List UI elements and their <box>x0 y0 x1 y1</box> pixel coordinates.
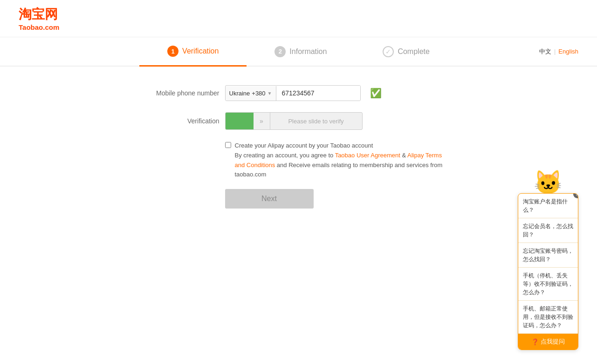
alipay-main-text: Create your Alipay account by your Taoba… <box>235 141 453 151</box>
step-num-2: 2 <box>274 46 286 57</box>
phone-input-group: Ukraine +380 ▼ <box>225 85 361 101</box>
country-selector[interactable]: Ukraine +380 ▼ <box>226 86 276 101</box>
form-area: Mobile phone number Ukraine +380 ▼ ✅ Ver… <box>136 85 462 209</box>
phone-label: Mobile phone number <box>145 89 220 97</box>
help-widget: 🐱 ✕ 淘宝账户名是指什么？ 忘记会员名，怎么找回？ 忘记淘宝账号密码，怎么找回… <box>518 171 578 253</box>
help-item-2[interactable]: 忘记会员名，怎么找回？ <box>518 218 578 243</box>
country-code-value: +380 <box>252 90 265 97</box>
next-button[interactable]: Next <box>225 189 314 209</box>
step-check-complete: ✓ <box>383 46 394 57</box>
alipay-checkbox-row: Create your Alipay account by your Taoba… <box>225 141 453 180</box>
step-complete[interactable]: ✓ Complete <box>355 38 457 66</box>
mascot-image: 🐱 <box>518 171 578 194</box>
lang-en[interactable]: English <box>558 48 578 55</box>
header: 淘宝网 Taobao.com <box>0 0 597 37</box>
lang-zh[interactable]: 中文 <box>539 47 551 56</box>
next-btn-row: Next <box>225 189 453 209</box>
agreement-prefix: By creating an account, you agree to <box>235 152 335 159</box>
phone-number-input[interactable] <box>276 86 360 101</box>
help-bubble: ✕ 淘宝账户名是指什么？ 忘记会员名，怎么找回？ 忘记淘宝账号密码，怎么找回？ … <box>518 193 578 253</box>
alipay-checkbox[interactable] <box>225 142 231 148</box>
step-label-verification: Verification <box>182 47 219 55</box>
lang-divider: | <box>554 48 556 55</box>
step-verification[interactable]: 1 Verification <box>139 37 247 67</box>
slider-text: Please slide to verify <box>270 118 362 125</box>
step-label-information: Information <box>289 47 327 56</box>
language-switcher: 中文 | English <box>539 47 578 56</box>
slider-container[interactable]: » Please slide to verify <box>225 112 363 130</box>
phone-row: Mobile phone number Ukraine +380 ▼ ✅ <box>145 85 453 101</box>
step-information[interactable]: 2 Information <box>247 38 355 66</box>
and-text: & <box>400 152 407 159</box>
help-item-1[interactable]: 淘宝账户名是指什么？ <box>518 194 578 218</box>
step-label-complete: Complete <box>398 47 429 56</box>
country-name: Ukraine <box>229 90 250 97</box>
dropdown-arrow-icon: ▼ <box>268 91 272 96</box>
main-content: Mobile phone number Ukraine +380 ▼ ✅ Ver… <box>0 67 597 253</box>
help-item-3[interactable]: 忘记淘宝账号密码，怎么找回？ <box>518 243 578 253</box>
logo-sub: Taobao.com <box>19 23 578 31</box>
step-num-1: 1 <box>167 46 178 57</box>
verification-label: Verification <box>145 117 220 125</box>
alipay-checkbox-text: Create your Alipay account by your Taoba… <box>235 141 453 180</box>
verification-row: Verification » Please slide to verify <box>145 112 453 130</box>
phone-check-icon: ✅ <box>370 88 382 99</box>
slider-handle[interactable] <box>226 113 254 129</box>
steps-bar: 1 Verification 2 Information ✓ Complete … <box>0 37 597 67</box>
alipay-agree-text: By creating an account, you agree to Tao… <box>235 151 453 180</box>
slider-arrows-icon: » <box>254 113 270 129</box>
mascot: 🐱 <box>518 171 578 194</box>
taobao-agreement-link[interactable]: Taobao User Agreement <box>335 152 400 159</box>
logo-main: 淘宝网 <box>19 6 578 23</box>
